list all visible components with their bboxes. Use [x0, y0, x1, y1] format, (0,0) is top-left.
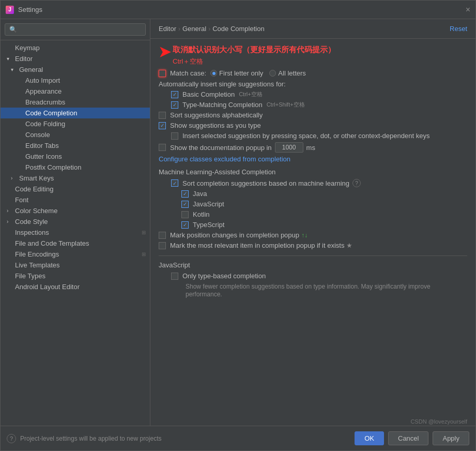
breadcrumb-code-completion: Code Completion — [212, 25, 264, 33]
sidebar-item-font[interactable]: Font — [1, 194, 150, 205]
only-type-row: Only type-based completion — [171, 272, 467, 280]
breadcrumb-general: General — [182, 25, 206, 33]
sidebar-item-appearance[interactable]: Appearance — [1, 86, 150, 97]
sidebar-item-console[interactable]: Console — [1, 129, 150, 140]
mark-relevant-checkbox[interactable] — [159, 242, 166, 249]
sidebar-item-label: Breadcrumbs — [25, 98, 65, 106]
sidebar-item-label: Postfix Completion — [25, 163, 81, 171]
tree-container: Keymap ▾ Editor ▾ General Auto Import — [1, 40, 150, 426]
help-circle-icon[interactable]: ? — [7, 434, 16, 443]
show-suggestions-checkbox[interactable] — [159, 122, 166, 129]
javascript-row: JavaScript — [181, 200, 467, 208]
mark-relevant-row: Mark the most relevant item in completio… — [159, 242, 467, 249]
mark-position-arrows-icon: ↑↓ — [301, 232, 308, 239]
sidebar-item-live-templates[interactable]: Live Templates — [1, 260, 150, 270]
radio-label-all-letters: All letters — [278, 69, 305, 77]
annotation-line2: Ctrl＋空格 — [173, 57, 203, 65]
type-matching-checkbox[interactable] — [171, 101, 178, 109]
sidebar-item-label: Console — [25, 131, 50, 139]
java-label: Java — [193, 190, 207, 198]
cancel-button[interactable]: Cancel — [388, 431, 428, 445]
breadcrumb-editor: Editor — [159, 25, 176, 33]
sidebar-item-auto-import[interactable]: Auto Import — [1, 75, 150, 86]
show-doc-popup-input[interactable] — [275, 142, 303, 153]
sidebar-item-label: Gutter Icons — [25, 153, 62, 160]
typescript-checkbox[interactable] — [181, 221, 189, 229]
sidebar-item-file-types[interactable]: File Types — [1, 270, 150, 281]
sidebar-item-breadcrumbs[interactable]: Breadcrumbs — [1, 97, 150, 108]
ml-section-label: Machine Learning-Assisted Completion — [159, 168, 467, 176]
kotlin-row: Kotlin — [181, 211, 467, 218]
file-encodings-badge: ⊞ — [142, 251, 146, 257]
sidebar-item-label: Color Scheme — [15, 207, 57, 215]
insert-selected-row: Insert selected suggestion by pressing s… — [171, 132, 467, 140]
mark-position-checkbox[interactable] — [159, 232, 166, 239]
mark-position-label: Mark position changes in completion popu… — [170, 231, 299, 239]
annotation-box: ➤ 取消默认识别大小写（更好显示所有代码提示） Ctrl＋空格 — [159, 45, 467, 66]
close-button[interactable]: × — [466, 6, 470, 14]
sidebar-item-file-encodings[interactable]: File Encodings ⊞ — [1, 249, 150, 260]
sidebar-item-label: File Encodings — [15, 250, 59, 258]
arrow-icon: ▾ — [11, 67, 17, 72]
sidebar-item-code-editing[interactable]: Code Editing — [1, 184, 150, 194]
configure-classes-link[interactable]: Configure classes excluded from completi… — [159, 155, 290, 163]
bottom-actions: OK Cancel Apply — [355, 431, 469, 445]
sort-ml-checkbox[interactable] — [171, 179, 178, 187]
mark-relevant-label: Mark the most relevant item in completio… — [170, 242, 344, 249]
sidebar-item-inspections[interactable]: Inspections ⊞ — [1, 227, 150, 238]
sidebar-item-label: Editor Tabs — [25, 142, 59, 149]
kotlin-checkbox[interactable] — [181, 211, 189, 218]
only-type-sub-label: Show fewer completion suggestions based … — [186, 283, 431, 298]
sidebar-item-editor-tabs[interactable]: Editor Tabs — [1, 140, 150, 151]
sidebar-item-gutter-icons[interactable]: Gutter Icons — [1, 151, 150, 162]
apply-button[interactable]: Apply — [433, 431, 469, 445]
sidebar-item-label: File Types — [15, 272, 45, 280]
sidebar-item-editor[interactable]: ▾ Editor — [1, 53, 150, 64]
basic-completion-checkbox[interactable] — [171, 91, 178, 98]
auto-insert-label: Automatically insert single suggestions … — [159, 80, 467, 88]
sidebar: Keymap ▾ Editor ▾ General Auto Import — [1, 19, 150, 426]
sidebar-item-code-folding[interactable]: Code Folding — [1, 118, 150, 129]
sidebar-item-postfix-completion[interactable]: Postfix Completion — [1, 162, 150, 173]
sort-alpha-checkbox[interactable] — [159, 112, 166, 119]
radio-dot-first-letter — [210, 70, 217, 77]
radio-all-letters[interactable]: All letters — [269, 69, 305, 77]
radio-first-letter-only[interactable]: First letter only — [210, 69, 263, 77]
settings-area: ➤ 取消默认识别大小写（更好显示所有代码提示） Ctrl＋空格 Match ca… — [150, 39, 475, 426]
javascript-label: JavaScript — [193, 200, 224, 208]
sidebar-item-color-scheme[interactable]: › Color Scheme — [1, 205, 150, 216]
ok-button[interactable]: OK — [355, 431, 384, 445]
annotation-line1: 取消默认识别大小写（更好显示所有代码提示） — [173, 45, 335, 55]
show-suggestions-label: Show suggestions as you type — [170, 122, 261, 129]
reset-button[interactable]: Reset — [450, 25, 467, 33]
sidebar-item-general[interactable]: ▾ General — [1, 64, 150, 75]
sidebar-item-label: Editor — [15, 55, 33, 63]
show-doc-popup-checkbox[interactable] — [159, 144, 166, 151]
breadcrumb-sep2: › — [208, 25, 210, 33]
insert-selected-checkbox[interactable] — [171, 132, 178, 140]
match-case-checkbox[interactable] — [159, 70, 166, 77]
insert-selected-label: Insert selected suggestion by pressing s… — [182, 132, 429, 140]
title-bar: J Settings × — [1, 1, 475, 19]
mark-relevant-star-icon: ★ — [346, 242, 352, 249]
sidebar-item-code-completion[interactable]: Code Completion — [1, 108, 150, 118]
sidebar-item-keymap[interactable]: Keymap — [1, 42, 150, 53]
java-checkbox[interactable] — [181, 190, 189, 198]
show-suggestions-row: Show suggestions as you type — [159, 122, 467, 129]
sort-ml-row: Sort completion suggestions based on mac… — [171, 179, 467, 187]
sidebar-item-file-code-templates[interactable]: File and Code Templates — [1, 238, 150, 249]
app-icon: J — [6, 6, 14, 14]
search-input[interactable] — [5, 23, 146, 36]
sidebar-item-smart-keys[interactable]: › Smart Keys — [1, 173, 150, 184]
type-matching-shortcut: Ctrl+Shift+空格 — [267, 101, 305, 109]
basic-completion-row: Basic Completion Ctrl+空格 — [171, 91, 467, 98]
sidebar-item-label: Keymap — [15, 44, 40, 52]
breadcrumb: Editor › General › Code Completion Reset — [150, 19, 475, 39]
sidebar-item-code-style[interactable]: › Code Style — [1, 216, 150, 227]
only-type-checkbox[interactable] — [171, 273, 178, 280]
sidebar-item-android-layout-editor[interactable]: Android Layout Editor — [1, 281, 150, 292]
basic-completion-shortcut: Ctrl+空格 — [239, 91, 263, 98]
only-type-sub-text: Show fewer completion suggestions based … — [186, 282, 467, 298]
sort-ml-help-icon[interactable]: ? — [352, 179, 361, 187]
javascript-checkbox[interactable] — [181, 201, 189, 208]
